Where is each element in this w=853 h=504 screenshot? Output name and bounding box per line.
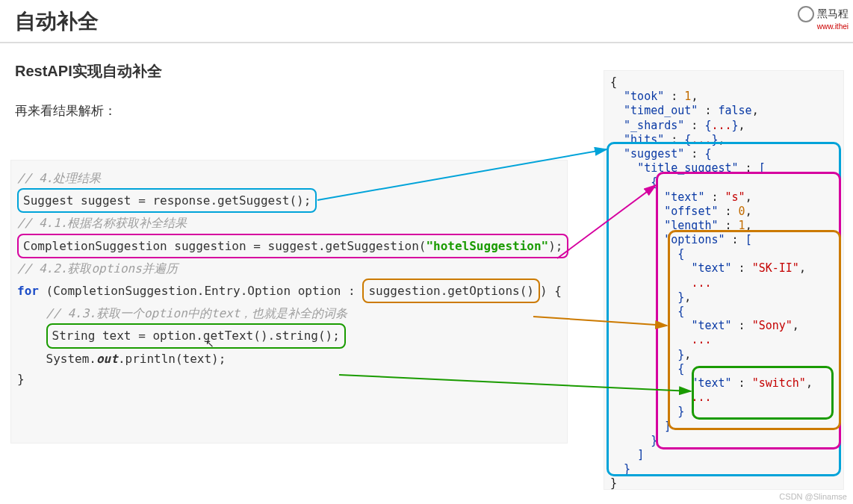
code-get-suggestion: CompletionSuggestion suggestion = sugges… — [17, 234, 568, 258]
watermark: CSDN @Slinamse — [779, 492, 847, 501]
json-response-block: { "took" : 1, "timed_out" : false, "_sha… — [604, 70, 844, 490]
comment-4-1: // 4.1.根据名称获取补全结果 — [17, 216, 187, 230]
brand-text: 黑马程 — [817, 7, 849, 21]
brand-url: www.ithei — [817, 22, 849, 31]
comment-4: // 4.处理结果 — [17, 171, 101, 185]
brand-logo: 黑马程 — [798, 6, 849, 22]
page-title: 自动补全 — [0, 0, 853, 43]
horse-icon — [798, 6, 814, 22]
comment-4-2: // 4.2.获取options并遍历 — [17, 261, 178, 276]
code-get-options: suggestion.getOptions() — [362, 279, 540, 303]
comment-4-3: // 4.3.获取一个option中的text，也就是补全的词条 — [46, 306, 348, 320]
code-get-suggest: Suggest suggest = response.getSuggest(); — [17, 188, 317, 213]
java-code-block: // 4.处理结果 Suggest suggest = response.get… — [10, 160, 568, 444]
for-keyword: for — [17, 284, 39, 298]
code-get-text: String text = option.getText().string(); — [46, 323, 346, 348]
